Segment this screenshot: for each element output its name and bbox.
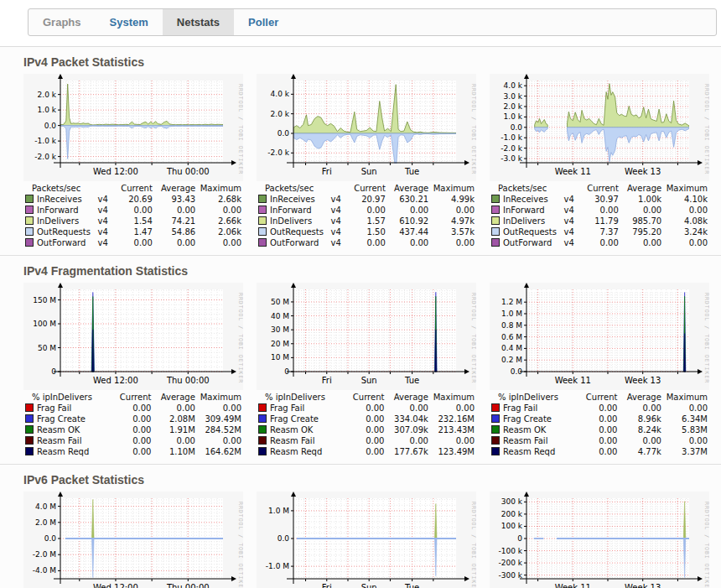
svg-text:0.6 M: 0.6 M [501, 333, 522, 341]
svg-text:0.0: 0.0 [278, 129, 290, 138]
svg-text:1.2 M: 1.2 M [501, 298, 522, 306]
svg-text:Week 11: Week 11 [555, 167, 591, 176]
svg-text:Tue: Tue [404, 376, 419, 385]
svg-text:Tue: Tue [404, 167, 419, 176]
graph-ipv6-packets-daily[interactable]: 4.0 M2.0 M0.0-2.0 M-4.0 MWed 12:00Thu 00… [23, 492, 243, 588]
series-swatch [25, 227, 34, 236]
svg-text:Thu 00:00: Thu 00:00 [166, 376, 210, 385]
graph-ipv4-packets-daily[interactable]: 2.0 k1.0 k0.0-1.0 k-2.0 kWed 12:00Thu 00… [23, 74, 243, 181]
rrd-graph-image: 4.0 M2.0 M0.0-2.0 M-4.0 MWed 12:00Thu 00… [23, 492, 243, 588]
tab-netstats[interactable]: Netstats [163, 9, 234, 35]
tab-poller[interactable]: Poller [234, 9, 293, 35]
series-swatch [258, 195, 267, 203]
svg-text:Week 13: Week 13 [625, 376, 661, 385]
series-swatch [258, 436, 267, 445]
svg-text:Tue: Tue [404, 583, 419, 588]
legend-row: Reasm Fail0.000.000.00 [490, 435, 709, 446]
series-swatch [258, 403, 267, 412]
graph-ipv4-packets-weekly[interactable]: 4.0 k2.0 k0.0-2.0 kFriSunTueRRDTOOL / TO… [257, 74, 476, 181]
tab-system[interactable]: System [96, 9, 163, 35]
rrdtool-watermark: RRDTOOL / TOBI OETIKER [237, 293, 243, 383]
tab-graphs[interactable]: Graphs [29, 9, 96, 35]
svg-text:Fri: Fri [322, 583, 332, 588]
legend-row: OutForwardv40.000.000.00 [23, 237, 243, 248]
rrd-graph-image: 1.0 M0.0-1.0 MFriSunTueRRDTOOL / TOBI OE… [257, 492, 476, 588]
graph-row: 2.0 k1.0 k0.0-1.0 k-2.0 kWed 12:00Thu 00… [23, 74, 721, 181]
legend-row: OutForwardv40.000.000.00 [490, 237, 709, 248]
legend-row: InReceivesv430.971.00k4.10k [490, 194, 709, 205]
svg-text:3.0 k: 3.0 k [504, 92, 523, 101]
legend-row: % ipInDeliversCurrentAverageMaximumFrag … [23, 392, 721, 457]
legend-row: OutRequestsv47.37795.203.24k [490, 226, 709, 237]
legend-table: % ipInDeliversCurrentAverageMaximumFrag … [257, 392, 476, 457]
svg-text:-1.0 k: -1.0 k [501, 133, 522, 142]
rrd-graph-image: 2.0 k1.0 k0.0-1.0 k-2.0 kWed 12:00Thu 00… [23, 74, 243, 181]
rrdtool-watermark: RRDTOOL / TOBI OETIKER [237, 84, 243, 174]
rrdtool-watermark: RRDTOOL / TOBI OETIKER [703, 293, 709, 383]
graph-ipv6-packets-weekly[interactable]: 1.0 M0.0-1.0 MFriSunTueRRDTOOL / TOBI OE… [257, 492, 476, 588]
legend-row: InReceivesv420.97630.214.99k [257, 194, 476, 205]
tab-bar: Graphs System Netstats Poller [28, 8, 717, 36]
series-swatch [491, 238, 500, 247]
svg-text:-2.0 k: -2.0 k [267, 148, 289, 157]
section-ipv6-packet-statistics: IPv6 Packet Statistics 4.0 M2.0 M0.0-2.0… [0, 473, 721, 588]
svg-text:2.0 k: 2.0 k [504, 102, 523, 111]
svg-text:Week 11: Week 11 [555, 376, 591, 385]
svg-text:Wed 12:00: Wed 12:00 [93, 583, 138, 588]
svg-text:Wed 12:00: Wed 12:00 [93, 376, 138, 385]
series-swatch [25, 447, 34, 455]
series-swatch [258, 216, 267, 225]
svg-text:10 M: 10 M [271, 353, 289, 362]
rrd-graph-image: 150 M100 M50 M0Wed 12:00Thu 00:00RRDTOOL… [23, 283, 243, 390]
svg-text:-2.0 k: -2.0 k [501, 144, 522, 153]
svg-text:4.0 k: 4.0 k [504, 81, 523, 90]
svg-text:0.0: 0.0 [278, 534, 290, 543]
rrdtool-watermark: RRDTOOL / TOBI OETIKER [470, 84, 476, 174]
graph-ipv4-packets-monthly[interactable]: 4.0 k3.0 k2.0 k1.0 k0.0-1.0 k-2.0 k-3.0 … [490, 74, 709, 181]
series-swatch [25, 414, 34, 423]
svg-text:0: 0 [517, 534, 522, 543]
legend-row: OutRequestsv41.50437.443.57k [257, 226, 476, 237]
legend-row: Packets/secCurrentAverageMaximumInReceiv… [23, 183, 721, 248]
svg-text:0.0: 0.0 [511, 123, 523, 132]
svg-text:Thu 00:00: Thu 00:00 [166, 583, 210, 588]
svg-text:0: 0 [284, 367, 289, 376]
svg-text:-2.0 k: -2.0 k [34, 153, 56, 161]
legend-row: Frag Create0.008.96k6.34M [490, 414, 709, 424]
section-ipv4-packet-statistics: IPv4 Packet Statistics 2.0 k1.0 k0.0-1.0… [0, 55, 721, 256]
legend-row: Reasm Reqd0.00177.67k123.49M [257, 446, 476, 457]
svg-text:2.0 M: 2.0 M [35, 518, 56, 527]
svg-text:Thu 00:00: Thu 00:00 [166, 167, 210, 176]
svg-text:-2.0 M: -2.0 M [33, 550, 56, 559]
legend-table: % ipInDeliversCurrentAverageMaximumFrag … [490, 392, 709, 457]
svg-text:Week 13: Week 13 [625, 167, 661, 176]
series-swatch [25, 436, 34, 445]
graph-ipv4-frag-monthly[interactable]: 1.2 M1.0 M0.8 M0.6 M0.4 M0.2 M0.0Week 11… [490, 283, 709, 390]
series-swatch [25, 403, 34, 412]
svg-text:Sun: Sun [361, 376, 377, 385]
series-swatch [258, 425, 267, 434]
legend-row: Reasm Reqd0.004.77k3.37M [490, 446, 709, 457]
series-swatch [258, 447, 267, 455]
legend-row: InReceivesv420.6993.432.68k [23, 194, 243, 205]
graph-ipv6-packets-monthly[interactable]: 300 k200 k100 k0-100 k-200 k-300 kWeek 1… [490, 492, 709, 588]
svg-text:Week 13: Week 13 [625, 583, 661, 588]
graph-ipv4-frag-daily[interactable]: 150 M100 M50 M0Wed 12:00Thu 00:00RRDTOOL… [23, 283, 243, 390]
svg-text:0.0: 0.0 [44, 122, 57, 130]
svg-text:1.0 k: 1.0 k [38, 106, 57, 114]
graph-ipv4-frag-weekly[interactable]: 50 M40 M30 M20 M10 M0FriSunTueRRDTOOL / … [257, 283, 476, 390]
rrdtool-watermark: RRDTOOL / TOBI OETIKER [237, 502, 243, 588]
series-swatch [491, 206, 500, 214]
svg-text:2.0 k: 2.0 k [38, 91, 57, 99]
legend-row: Frag Fail0.000.000.00 [257, 403, 476, 414]
svg-text:150 M: 150 M [33, 296, 56, 304]
legend-row: Reasm OK0.008.24k5.83M [490, 424, 709, 435]
svg-text:100 M: 100 M [33, 320, 56, 328]
series-swatch [491, 227, 500, 236]
svg-text:Fri: Fri [322, 167, 332, 176]
svg-text:200 k: 200 k [501, 510, 523, 518]
series-swatch [25, 216, 34, 225]
legend-row: Frag Create0.00334.04k232.16M [257, 414, 476, 424]
svg-text:0.0: 0.0 [511, 367, 523, 376]
svg-text:Wed 12:00: Wed 12:00 [93, 167, 138, 176]
